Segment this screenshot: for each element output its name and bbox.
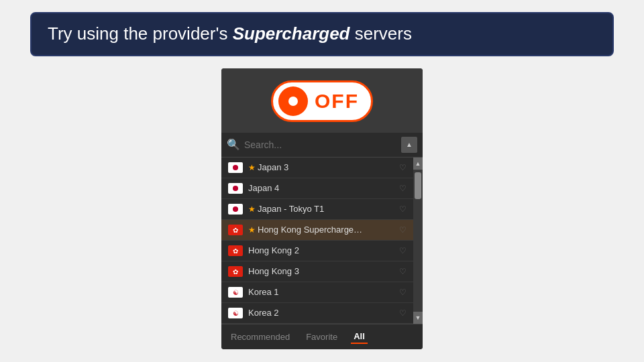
server-name: Hong Kong 2 (248, 245, 396, 255)
banner-text-after: servers (350, 23, 412, 44)
heart-icon[interactable]: ♡ (399, 267, 407, 276)
server-list-container: ★ Japan 3 ♡ Japan 4 ♡ ★ Japan - Tokyo T1… (221, 158, 423, 324)
server-name: Japan - Tokyo T1 (258, 204, 396, 214)
toggle-label: OFF (315, 90, 359, 113)
tab-favorite[interactable]: Favorite (303, 330, 340, 343)
flag-korea (228, 287, 243, 298)
scrollbar-thumb[interactable] (415, 172, 421, 199)
toggle-circle (278, 86, 308, 116)
heart-icon[interactable]: ♡ (399, 246, 407, 255)
flag-japan (228, 183, 243, 194)
banner-text-before: Try using the provider's (48, 23, 233, 44)
search-icon: 🔍 (227, 138, 240, 151)
flag-japan (228, 162, 243, 173)
bottom-tabs: Recommended Favorite All (221, 324, 423, 349)
banner: Try using the provider's Supercharged se… (30, 12, 614, 56)
heart-icon[interactable]: ♡ (399, 163, 407, 172)
tab-recommended[interactable]: Recommended (228, 330, 292, 343)
vpn-app: OFF 🔍 ▲ ★ Japan 3 ♡ Japan 4 ♡ (221, 68, 423, 349)
server-name: Hong Kong 3 (248, 266, 396, 276)
heart-icon[interactable]: ♡ (399, 184, 407, 193)
server-rows: ★ Japan 3 ♡ Japan 4 ♡ ★ Japan - Tokyo T1… (221, 158, 413, 324)
flag-hongkong (228, 266, 243, 277)
server-row[interactable]: Korea 1 ♡ (221, 282, 413, 303)
banner-text: Try using the provider's Supercharged se… (48, 23, 596, 46)
star-icon: ★ (248, 225, 256, 235)
toggle-area: OFF (221, 68, 423, 133)
banner-text-italic: Supercharged (233, 23, 350, 44)
search-input[interactable] (244, 139, 401, 150)
flag-hongkong (228, 225, 243, 235)
flag-hongkong (228, 245, 243, 256)
vpn-toggle[interactable]: OFF (271, 80, 373, 122)
flag-japan (228, 204, 243, 215)
star-icon: ★ (248, 163, 256, 172)
server-row-supercharged[interactable]: ★ Hong Kong Supercharge… ♡ (221, 220, 413, 241)
server-name: Japan 4 (248, 183, 396, 193)
heart-icon[interactable]: ♡ (399, 204, 407, 214)
toggle-dot (288, 97, 298, 106)
scrollbar-track: ▲ ▼ (413, 158, 423, 324)
flag-korea (228, 308, 243, 318)
server-row[interactable]: Hong Kong 3 ♡ (221, 261, 413, 282)
server-row[interactable]: Japan 4 ♡ (221, 178, 413, 199)
server-name: Japan 3 (258, 162, 396, 172)
server-row[interactable]: Korea 2 ♡ (221, 303, 413, 324)
search-area: 🔍 ▲ (221, 133, 423, 158)
scrollbar-up-button[interactable]: ▲ (413, 158, 423, 170)
scrollbar-down-button[interactable]: ▼ (413, 312, 423, 324)
server-row[interactable]: Hong Kong 2 ♡ (221, 241, 413, 261)
heart-icon[interactable]: ♡ (399, 308, 407, 318)
heart-icon[interactable]: ♡ (399, 288, 407, 297)
server-row[interactable]: ★ Japan 3 ♡ (221, 158, 413, 178)
server-name: Korea 2 (248, 308, 396, 318)
star-icon: ★ (248, 204, 256, 214)
scroll-up-button[interactable]: ▲ (401, 137, 417, 153)
server-name: Korea 1 (248, 287, 396, 297)
tab-all[interactable]: All (351, 330, 368, 344)
heart-icon[interactable]: ♡ (399, 225, 407, 235)
server-name: Hong Kong Supercharge… (258, 225, 396, 235)
server-row[interactable]: ★ Japan - Tokyo T1 ♡ (221, 199, 413, 220)
